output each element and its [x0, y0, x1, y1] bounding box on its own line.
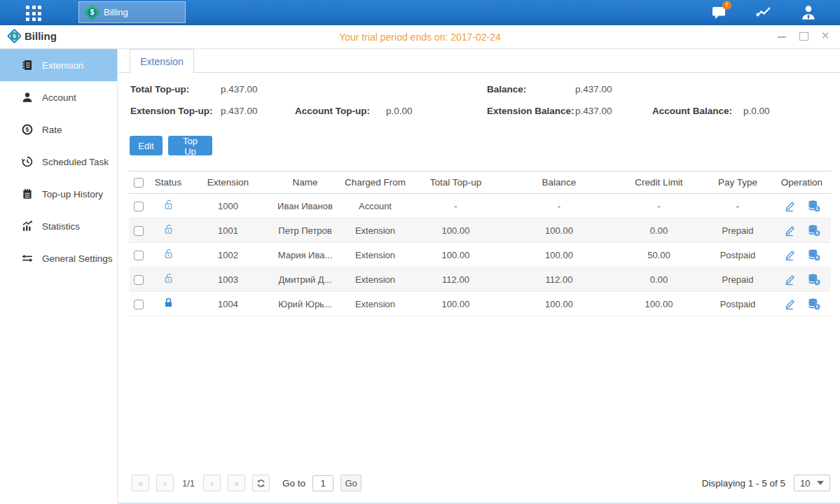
topup-coins-icon[interactable]: $	[807, 199, 821, 213]
balance-summary: Total Top-up: p.437.00 Balance: p.437.00…	[118, 73, 840, 134]
svg-text:$: $	[815, 304, 818, 309]
cell-name: Петр Петров	[268, 225, 342, 236]
cell-charged-from: Extension	[342, 225, 408, 236]
go-button[interactable]: Go	[340, 475, 362, 491]
sidebar-label: Top-up History	[42, 189, 103, 200]
cell-extension: 1003	[188, 274, 268, 285]
topup-coins-icon[interactable]: $	[807, 223, 821, 237]
notification-badge: !	[722, 1, 731, 10]
lock-status-icon	[163, 297, 174, 309]
user-account-icon[interactable]	[798, 4, 819, 22]
lock-status-icon	[163, 248, 174, 260]
cell-pay-type: -	[703, 201, 773, 211]
cell-charged-from: Extension	[342, 250, 408, 260]
cell-pay-type: Postpaid	[703, 299, 773, 309]
app-tab-label: Billing	[104, 7, 128, 18]
edit-pencil-icon[interactable]	[783, 199, 797, 213]
tab-extension[interactable]: Extension	[130, 49, 194, 73]
billing-diamond-icon: $	[83, 4, 100, 20]
edit-button[interactable]: Edit	[130, 136, 163, 155]
first-page-button[interactable]: «	[132, 475, 149, 491]
page-size-value: 10	[800, 478, 810, 489]
displaying-range: Displaying 1 - 5 of 5	[702, 478, 785, 489]
page-indicator: 1/1	[181, 478, 196, 489]
next-page-button[interactable]: ›	[203, 475, 221, 491]
sidebar-item-general-settings[interactable]: General Settings	[0, 242, 117, 274]
trial-period-notice: Your trial period ends on: 2017-02-24	[0, 31, 840, 43]
cell-extension: 1001	[188, 225, 268, 236]
svg-text:$: $	[815, 255, 818, 260]
sidebar-label: Account	[42, 92, 76, 103]
tab-label: Extension	[140, 56, 183, 67]
table-row: 1000 Иван Иванов Account - - - - $	[129, 194, 831, 218]
sidebar-item-statistics[interactable]: Statistics	[0, 210, 117, 242]
window-title-bar: $ Billing Your trial period ends on: 201…	[0, 27, 840, 49]
goto-page-input[interactable]	[312, 475, 333, 491]
col-status: Status	[149, 177, 188, 188]
maximize-button[interactable]	[799, 31, 808, 41]
select-all-checkbox[interactable]	[134, 178, 144, 188]
cell-extension: 1002	[188, 250, 268, 260]
sidebar-item-scheduled-task[interactable]: Scheduled Task	[0, 146, 117, 178]
cell-charged-from: Extension	[342, 299, 408, 309]
sidebar-item-rate[interactable]: $ Rate	[0, 113, 117, 146]
col-total-topup: Total Top-up	[408, 177, 503, 188]
row-checkbox[interactable]	[134, 251, 144, 260]
col-extension: Extension	[188, 177, 268, 188]
sidebar-label: General Settings	[42, 253, 113, 264]
col-name: Name	[268, 177, 342, 188]
app-grid-icon[interactable]	[26, 6, 48, 27]
sidebar-item-extension[interactable]: Extension	[0, 49, 117, 81]
sidebar-item-account[interactable]: Account	[0, 81, 117, 113]
extension-topup-label: Extension Top-up:	[130, 106, 213, 116]
table-header-row: Status Extension Name Charged From Total…	[129, 171, 831, 194]
col-operation: Operation	[773, 177, 831, 188]
close-button[interactable]: ✕	[820, 31, 830, 41]
sidebar-label: Rate	[42, 125, 62, 135]
edit-pencil-icon[interactable]	[783, 248, 797, 262]
account-balance-label: Account Balance:	[652, 106, 732, 116]
topup-coins-icon[interactable]: $	[807, 272, 821, 286]
svg-text:$: $	[815, 231, 818, 236]
lock-status-icon	[163, 223, 174, 235]
row-checkbox[interactable]	[134, 300, 144, 309]
cell-pay-type: Prepaid	[703, 225, 773, 236]
ledger-icon	[21, 59, 34, 71]
messages-icon[interactable]: !	[708, 4, 729, 22]
cell-name: Иван Иванов	[268, 201, 342, 211]
dollar-circle-icon: $	[21, 123, 34, 136]
sidebar-item-topup-history[interactable]: Top-up History	[0, 178, 117, 210]
cell-charged-from: Extension	[342, 274, 408, 285]
topup-coins-icon[interactable]: $	[807, 248, 821, 262]
sidebar-label: Scheduled Task	[42, 157, 109, 167]
cell-total-topup: 100.00	[408, 250, 503, 260]
prev-page-button[interactable]: ‹	[156, 475, 174, 491]
sidebar-nav: Extension Account $ Rate Scheduled Task …	[0, 49, 118, 504]
refresh-button[interactable]	[252, 475, 270, 491]
edit-pencil-icon[interactable]	[783, 272, 797, 286]
cell-balance: 100.00	[503, 250, 615, 260]
minimize-button[interactable]	[777, 31, 787, 41]
app-tab-billing[interactable]: $ Billing	[78, 1, 186, 23]
topup-coins-icon[interactable]: $	[807, 297, 821, 311]
cell-credit-limit: 100.00	[615, 299, 703, 309]
cell-name: Дмитрий Д...	[268, 274, 342, 285]
edit-pencil-icon[interactable]	[783, 297, 797, 311]
last-page-button[interactable]: »	[228, 475, 245, 491]
page-size-select[interactable]: 10	[794, 475, 830, 491]
cell-pay-type: Prepaid	[703, 274, 773, 285]
row-checkbox[interactable]	[134, 275, 144, 285]
col-pay-type: Pay Type	[703, 177, 773, 188]
topup-button[interactable]: Top Up	[168, 136, 212, 155]
svg-text:$: $	[815, 206, 818, 211]
svg-text:$: $	[26, 126, 29, 133]
balance-value: p.437.00	[575, 84, 612, 94]
statistics-chart-icon	[21, 220, 34, 232]
cell-extension: 1000	[188, 201, 268, 211]
col-charged-from: Charged From	[342, 177, 408, 188]
row-checkbox[interactable]	[134, 202, 144, 211]
chevron-down-icon	[817, 481, 824, 485]
edit-pencil-icon[interactable]	[783, 223, 797, 237]
reports-chart-icon[interactable]	[753, 4, 774, 22]
row-checkbox[interactable]	[134, 226, 144, 236]
